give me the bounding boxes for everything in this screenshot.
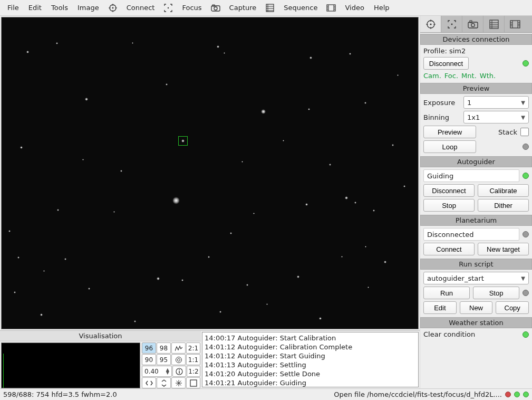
btn-nav-ud-icon[interactable]	[157, 377, 171, 388]
image-view[interactable]	[1, 17, 419, 329]
ag-stop-button[interactable]: Stop	[423, 199, 475, 212]
tab-connect-icon[interactable]	[420, 16, 441, 32]
tab-focus-icon[interactable]	[441, 16, 462, 32]
svg-point-24	[176, 357, 181, 363]
stack-label: Stack	[498, 128, 517, 136]
script-select[interactable]: autoguider_start ▼	[423, 272, 529, 284]
menu-tools[interactable]: Tools	[47, 3, 72, 13]
ag-dither-button[interactable]: Dither	[478, 199, 529, 212]
log-line: 14:01:13 Autoguider: Settling	[205, 360, 416, 369]
btn-fit-icon[interactable]	[186, 377, 200, 388]
planetarium-newtarget-button[interactable]: New target	[478, 243, 529, 255]
script-copy-button[interactable]: Copy	[496, 301, 529, 314]
svg-rect-33	[190, 380, 197, 386]
devices-status: Cam. Foc. Mnt. Wth.	[423, 72, 529, 80]
video-icon	[326, 3, 336, 13]
binning-select[interactable]: 1x1 ▼	[463, 111, 529, 123]
script-run-button[interactable]: Run	[423, 287, 470, 299]
svg-point-25	[177, 358, 180, 361]
btn-nav-lr-icon[interactable]	[142, 377, 156, 388]
preview-button[interactable]: Preview	[423, 126, 476, 138]
svg-point-6	[168, 7, 169, 8]
focus-icon	[163, 3, 173, 13]
loop-button[interactable]: Loop	[423, 140, 476, 153]
disconnect-button[interactable]: Disconnect	[423, 57, 469, 70]
visualisation-panel: Visualisation 96 98 2:1	[0, 331, 201, 388]
btn-histogram-icon[interactable]	[171, 342, 186, 354]
svg-rect-44	[490, 20, 498, 28]
btn-zoom-11[interactable]: 1:1	[186, 354, 200, 365]
profile-label: Profile: sim2	[423, 47, 466, 55]
svg-point-35	[430, 23, 431, 25]
runscript-header: Run script	[420, 259, 532, 270]
star-selection-box	[178, 136, 188, 146]
btn-star-icon[interactable]	[171, 377, 186, 388]
script-edit-button[interactable]: Edit	[423, 301, 457, 314]
log-panel[interactable]: 14:00:17 Autoguider: Start Calibration 1…	[202, 332, 419, 387]
gamma-spin[interactable]: 0.40 ▲▼	[142, 366, 172, 377]
btn-zoom-12[interactable]: 1:2	[187, 366, 200, 377]
histogram[interactable]	[1, 342, 140, 388]
planetarium-status: Disconnected	[423, 228, 519, 241]
menu-image[interactable]: Image	[73, 3, 103, 13]
right-tabstrip	[420, 16, 532, 33]
status-right-text: Open file /home/ccdciel/fits-test/focus/…	[334, 391, 502, 398]
tab-video-icon[interactable]	[505, 16, 526, 32]
btn-zoom-21[interactable]: 2:1	[186, 342, 200, 354]
binning-value: 1x1	[467, 113, 480, 121]
menu-sequence[interactable]: Sequence	[279, 3, 322, 13]
chevron-down-icon: ▼	[521, 115, 525, 120]
menu-video[interactable]: Video	[341, 3, 368, 13]
weather-status: Clear condition	[423, 330, 475, 338]
binning-label: Binning	[423, 113, 460, 121]
tab-capture-icon[interactable]	[462, 16, 483, 32]
ag-calibrate-button[interactable]: Calibrate	[478, 184, 529, 197]
menu-help[interactable]: Help	[370, 3, 394, 13]
script-new-button[interactable]: New	[460, 301, 493, 314]
chevron-down-icon: ▼	[521, 275, 525, 281]
capture-icon	[210, 3, 221, 13]
menu-connect[interactable]: Connect	[122, 3, 159, 13]
menu-edit[interactable]: Edit	[24, 3, 46, 13]
stack-checkbox[interactable]	[520, 128, 529, 136]
sequence-icon	[265, 3, 275, 13]
autoguider-status: Guiding	[423, 169, 519, 182]
status-left: 598/688: 754 hfd=3.5 fwhm=2.0	[3, 391, 117, 398]
btn-bullseye-icon[interactable]	[171, 354, 186, 365]
chevron-down-icon: ▼	[521, 100, 525, 106]
weather-header: Weather station	[420, 317, 532, 328]
script-value: autoguider_start	[427, 274, 484, 282]
exposure-select[interactable]: 1 ▼	[463, 96, 529, 109]
status-led-2-icon	[514, 392, 520, 397]
menubar: File Edit Tools Image Connect Focus Capt…	[0, 0, 532, 16]
script-stop-button[interactable]: Stop	[473, 287, 519, 299]
planetarium-connect-button[interactable]: Connect	[423, 243, 475, 255]
status-led-1-icon	[505, 392, 511, 397]
btn-90[interactable]: 90	[142, 354, 156, 365]
status-bar: 598/688: 754 hfd=3.5 fwhm=2.0 Open file …	[0, 388, 532, 400]
loop-led-icon	[523, 144, 529, 150]
visualisation-title: Visualisation	[0, 331, 201, 341]
menu-focus[interactable]: Focus	[178, 3, 206, 13]
preview-header: Preview	[420, 83, 532, 94]
status-led-3-icon	[523, 392, 529, 397]
spin-arrows-icon[interactable]: ▲▼	[166, 368, 169, 375]
svg-point-43	[471, 23, 474, 26]
menu-capture[interactable]: Capture	[225, 3, 261, 13]
devices-header: Devices connection	[420, 34, 532, 45]
tab-sequence-icon[interactable]	[483, 16, 505, 32]
btn-98[interactable]: 98	[157, 342, 171, 354]
svg-point-1	[112, 7, 113, 8]
planetarium-led-icon	[523, 231, 529, 237]
log-line: 14:01:12 Autoguider: Calibration Complet…	[205, 342, 416, 351]
exposure-label: Exposure	[423, 99, 460, 107]
ag-disconnect-button[interactable]: Disconnect	[423, 184, 475, 197]
btn-info-icon[interactable]	[172, 366, 186, 377]
btn-96[interactable]: 96	[142, 342, 156, 354]
menu-file[interactable]: File	[3, 3, 23, 13]
autoguider-header: Autoguider	[420, 156, 532, 167]
log-line: 14:01:12 Autoguider: Start Guiding	[205, 351, 416, 360]
log-line: 14:01:21 Autoguider: Guiding	[205, 378, 416, 387]
btn-95[interactable]: 95	[157, 354, 171, 365]
planetarium-header: Planetarium	[420, 215, 532, 226]
